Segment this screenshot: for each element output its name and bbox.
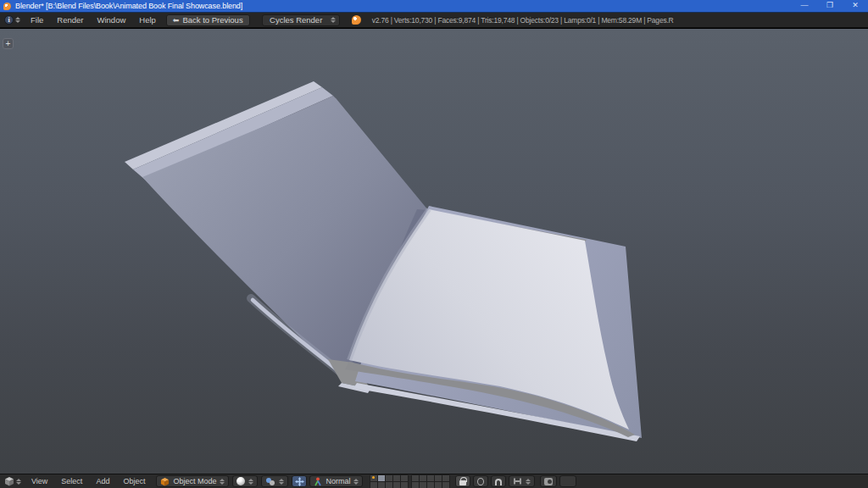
layer-cell-active[interactable] [378, 475, 385, 481]
layers-group-2[interactable] [411, 474, 450, 488]
layer-cell[interactable] [442, 482, 449, 488]
layer-cell[interactable] [435, 482, 442, 488]
pivot-point-dropdown[interactable] [261, 475, 288, 487]
menu-render[interactable]: Render [50, 15, 90, 25]
camera-icon [544, 478, 553, 485]
layer-cell[interactable] [427, 482, 434, 488]
3d-view-editor-icon [4, 476, 14, 486]
shading-sphere-icon [236, 477, 245, 485]
back-to-previous-label: Back to Previous [182, 15, 242, 25]
snap-increment-icon [513, 477, 522, 485]
editor-type-selector[interactable] [0, 476, 25, 486]
layer-cell[interactable] [378, 482, 385, 488]
transform-orientation-dropdown[interactable]: Normal [309, 475, 363, 487]
mode-dropdown[interactable]: Object Mode [156, 475, 229, 487]
scene-statistics: v2.76 | Verts:10,730 | Faces:9,874 | Tri… [372, 16, 674, 25]
layer-cell[interactable] [401, 482, 408, 488]
lock-modes-button[interactable] [455, 475, 470, 487]
blender-logo-icon [352, 15, 361, 25]
layer-cell[interactable] [420, 475, 426, 481]
layer-cell[interactable] [393, 475, 400, 481]
back-to-previous-button[interactable]: ⬅ Back to Previous [166, 14, 250, 26]
expand-region-button[interactable]: + [3, 38, 14, 49]
orientation-axis-icon [314, 477, 322, 486]
layer-cell[interactable] [442, 475, 449, 481]
chevron-updown-icon [248, 477, 253, 486]
translate-manipulator-icon [295, 477, 304, 486]
chevron-updown-icon [353, 477, 359, 486]
layer-cell[interactable] [412, 475, 419, 481]
orientation-value: Normal [326, 477, 350, 485]
maximize-button[interactable]: ❐ [817, 0, 843, 12]
render-engine-value: Cycles Render [266, 15, 326, 25]
window-title: Blender* [B:\Blend Files\Book\Animated B… [15, 0, 242, 12]
object-mode-cube-icon [160, 477, 170, 486]
info-editor-icon: i [4, 15, 14, 25]
minimize-button[interactable]: — [792, 0, 817, 12]
chevron-updown-icon [526, 477, 531, 486]
chevron-updown-icon [220, 477, 225, 486]
layer-cell[interactable] [412, 482, 419, 488]
menu-object[interactable]: Object [116, 477, 152, 485]
layer-cell[interactable] [435, 475, 442, 481]
chevron-updown-icon [279, 477, 284, 486]
chevron-updown-icon [331, 15, 336, 25]
snap-toggle-button[interactable] [491, 475, 506, 487]
layer-cell[interactable] [420, 482, 426, 488]
render-engine-dropdown[interactable]: Cycles Render [262, 14, 340, 26]
book-object[interactable] [125, 81, 642, 441]
chevron-updown-icon [15, 15, 20, 25]
layer-cell[interactable] [386, 482, 392, 488]
layer-cell[interactable] [370, 475, 377, 481]
menu-window[interactable]: Window [90, 15, 132, 25]
menu-add[interactable]: Add [89, 477, 116, 485]
editor-type-selector[interactable]: i [0, 15, 24, 25]
3d-viewport[interactable]: + [0, 29, 868, 474]
proportional-edit-dropdown[interactable] [473, 475, 488, 487]
magnet-icon [495, 479, 502, 485]
layer-cell[interactable] [386, 475, 392, 481]
opengl-render-button[interactable] [540, 475, 557, 487]
window-titlebar[interactable]: Blender* [B:\Blend Files\Book\Animated B… [0, 0, 868, 12]
layer-cell[interactable] [427, 475, 434, 481]
info-header: i File Render Window Help ⬅ Back to Prev… [0, 12, 868, 28]
proportional-circle-icon [477, 478, 484, 485]
blender-logo-icon [3, 3, 11, 10]
menu-view[interactable]: View [25, 477, 54, 485]
viewport-shading-dropdown[interactable] [232, 475, 258, 487]
opengl-render-animation-button[interactable] [559, 475, 576, 487]
lock-icon [459, 480, 466, 485]
layer-cell[interactable] [393, 482, 400, 488]
layer-cell[interactable] [370, 482, 377, 488]
layer-cell[interactable] [401, 475, 408, 481]
window-controls: — ❐ ✕ [792, 0, 868, 12]
book-render [0, 29, 868, 474]
mode-value: Object Mode [173, 477, 216, 485]
viewport-header: View Select Add Object Object Mode [0, 474, 868, 488]
manipulator-toggle-button[interactable] [292, 475, 307, 487]
pivot-median-icon [265, 477, 275, 486]
menu-help[interactable]: Help [132, 15, 163, 25]
snap-element-dropdown[interactable] [509, 475, 535, 487]
menu-select[interactable]: Select [54, 477, 89, 485]
clapperboard-icon [564, 478, 572, 485]
layers-group-1[interactable] [370, 474, 409, 488]
menu-file[interactable]: File [24, 15, 50, 25]
back-arrow-icon: ⬅ [173, 16, 180, 25]
chevron-updown-icon [16, 477, 21, 486]
close-button[interactable]: ✕ [843, 0, 868, 12]
